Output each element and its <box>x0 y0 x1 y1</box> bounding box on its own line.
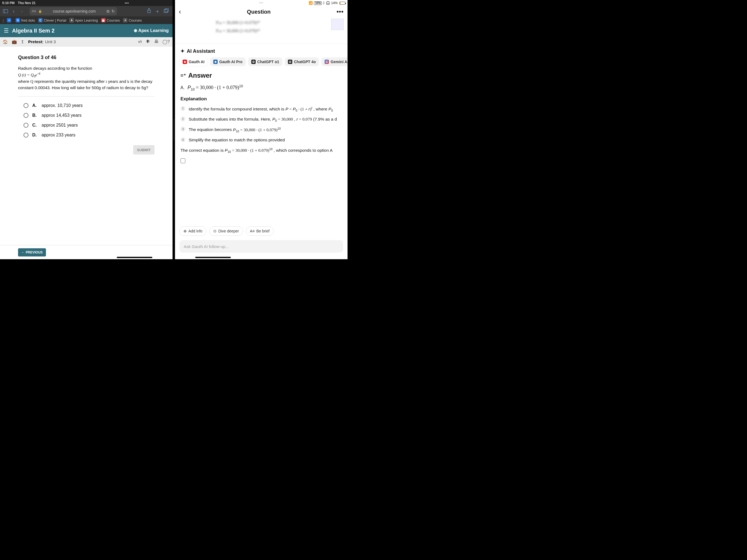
step-number: 2 <box>180 117 185 121</box>
feedback-row <box>180 158 342 164</box>
question-prompt: Radium decays according to the function … <box>18 65 154 91</box>
help-icon[interactable]: ◯? <box>162 39 170 44</box>
copy-icon[interactable] <box>180 158 185 163</box>
sidebar-toggle-icon[interactable] <box>2 8 9 15</box>
bookmark-item[interactable]: = <box>7 18 12 22</box>
final-conclusion: The correct equation is P10 = 30,000 · (… <box>180 147 342 153</box>
status-date: Thu Nov 21 <box>18 1 35 5</box>
read-aloud-icon[interactable]: 🗣 <box>146 39 150 44</box>
tabs-icon[interactable] <box>164 8 169 14</box>
share-icon[interactable] <box>147 8 151 15</box>
bookmark-label: Clever | Portal <box>44 18 66 22</box>
action-pill[interactable]: A≡Be brief <box>246 226 274 236</box>
model-pill[interactable]: ✱Gauth AI <box>179 57 208 66</box>
option-text: approx. 10,710 years <box>42 103 83 108</box>
new-tab-icon[interactable]: ＋ <box>155 8 160 15</box>
home-indicator[interactable] <box>195 257 231 258</box>
url-text: course.apexlearning.com <box>44 9 104 14</box>
forward-icon: › <box>19 8 25 15</box>
bookmark-icon: G <box>16 18 20 22</box>
model-pill[interactable]: GGemini Ad <box>321 57 347 66</box>
bluetooth-icon: ᛒ <box>323 1 325 5</box>
action-label: Be brief <box>256 229 269 233</box>
explanation-step: 1Identify the formula for compound inter… <box>180 105 342 113</box>
bookmark-item[interactable]: Gfred dolo <box>16 18 35 22</box>
home-indicator[interactable] <box>117 257 152 258</box>
explanation-step: 4Simplify the equation to match the opti… <box>180 137 342 143</box>
answer-area: ≡⁺ Answer A. P10 = 30,000 · (1 + 0.079)1… <box>175 71 347 164</box>
multitask-dots-icon[interactable]: ••• <box>124 1 129 5</box>
course-header: ☰ Algebra II Sem 2 ❋ Apex Learning <box>0 24 173 37</box>
breadcrumb-bar: 🏠 💼 ↥ Pretest: Unit 3 🗚 🗣 🖶 ◯? <box>0 37 173 47</box>
explanation-step: 3The equation becomes P10 = 30,000 · (1 … <box>180 126 342 133</box>
multitask-dots-icon[interactable]: ••• <box>259 1 264 5</box>
bookmark-icon: × <box>123 18 127 22</box>
back-icon[interactable]: ‹ <box>10 8 17 15</box>
translate-icon[interactable]: 🗚 <box>138 39 142 44</box>
bookmark-item[interactable]: ▦Courses <box>101 18 120 22</box>
action-icon: A≡ <box>250 229 255 233</box>
reader-aa-icon[interactable]: AA <box>32 9 36 13</box>
crumb-unit: Unit 3 <box>45 40 56 44</box>
wifi-icon: 📶 <box>309 1 313 5</box>
followup-actions: ⊕Add info⊙Dive deeperA≡Be brief <box>175 226 347 236</box>
reload-icon[interactable]: ↻ <box>111 9 115 14</box>
model-pill[interactable]: ⦿ChatGPT 4o <box>285 57 319 66</box>
bookmark-label: Courses <box>107 18 120 22</box>
safari-pane: 5:10 PM Thu Nov 21 ••• ‹ › AA 🔒 course.a… <box>0 0 173 259</box>
svg-rect-5 <box>165 8 169 12</box>
divider <box>18 96 154 97</box>
address-bar[interactable]: AA 🔒 course.apexlearning.com ⧉ ↻ <box>29 7 117 15</box>
arrow-left-icon: ← <box>21 251 25 254</box>
hamburger-icon[interactable]: ☰ <box>4 27 9 34</box>
radio-icon[interactable] <box>24 103 28 108</box>
submit-button[interactable]: SUBMIT <box>133 145 154 154</box>
radio-icon[interactable] <box>24 113 28 118</box>
gauth-pane: ••• 📶 VPN ᛒ 🎧 14% ‹ Question ••• P₁₀ = 3… <box>175 0 347 259</box>
question-thumbnail[interactable] <box>331 19 344 30</box>
back-chevron-icon[interactable]: ‹ <box>179 8 181 16</box>
radio-icon[interactable] <box>24 123 28 128</box>
split-view-divider[interactable] <box>173 0 175 259</box>
option-letter: D. <box>32 133 36 137</box>
page-title: Question <box>247 9 271 15</box>
question-counter: Question 3 of 46 <box>18 55 154 60</box>
option-text: approx 2501 years <box>42 123 78 128</box>
bookmark-item[interactable]: AApex Learning <box>70 18 98 22</box>
apex-logo-icon: ❋ <box>134 28 137 33</box>
print-icon[interactable]: 🖶 <box>154 39 159 44</box>
model-label: ChatGPT o1 <box>257 59 279 64</box>
action-pill[interactable]: ⊙Dive deeper <box>209 226 243 236</box>
answer-option[interactable]: D.approx 233 years <box>24 133 154 137</box>
model-pill[interactable]: ⦿ChatGPT o1 <box>248 57 282 66</box>
answer-option[interactable]: C.approx 2501 years <box>24 123 154 128</box>
up-arrow-icon[interactable]: ↥ <box>21 40 24 44</box>
model-pill[interactable]: ✱Gauth AI Pro <box>210 57 246 66</box>
headphones-icon: 🎧 <box>326 1 330 5</box>
radio-icon[interactable] <box>24 133 28 137</box>
answer-option[interactable]: A.approx. 10,710 years <box>24 103 154 108</box>
model-icon: ✱ <box>213 59 217 64</box>
briefcase-icon[interactable]: 💼 <box>12 40 17 44</box>
step-number: 3 <box>180 127 185 131</box>
option-text: approx 233 years <box>42 133 75 137</box>
model-label: Gauth AI <box>189 59 205 64</box>
answer-option[interactable]: B.approx 14,453 years <box>24 113 154 118</box>
model-icon: ⦿ <box>251 59 256 64</box>
bookmark-item[interactable]: CClever | Portal <box>38 18 66 22</box>
explanation-heading: Explanation <box>180 96 342 102</box>
home-icon[interactable]: 🏠 <box>3 40 8 44</box>
option-letter: C. <box>32 123 36 128</box>
previous-button[interactable]: ← PREVIOUS <box>18 248 46 256</box>
bookmark-item[interactable]: ×Courses <box>123 18 141 22</box>
step-text: Substitute the values into the formula. … <box>189 116 342 123</box>
followup-input[interactable]: Ask Gauth AI follow-up... <box>179 240 343 253</box>
question-equation: Q (t) = Q0e−lt <box>18 73 40 77</box>
action-icon: ⊕ <box>183 229 187 233</box>
bookmark-icon: A <box>70 18 74 22</box>
extensions-icon[interactable]: ⧉ <box>107 9 109 14</box>
step-text: The equation becomes P10 = 30,000 · (1 +… <box>189 126 342 133</box>
step-text: Simplify the equation to match the optio… <box>189 137 342 143</box>
action-pill[interactable]: ⊕Add info <box>179 226 206 236</box>
step-text: Identify the formula for compound intere… <box>189 105 342 113</box>
